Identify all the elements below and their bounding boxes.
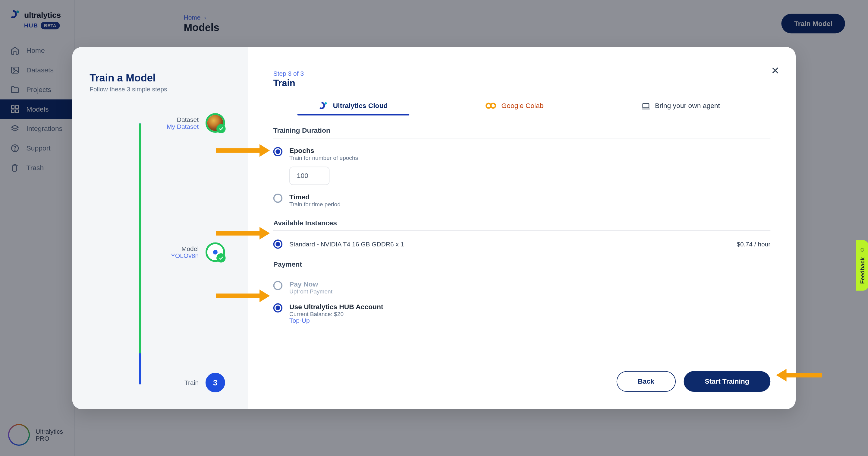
radio-selected-icon[interactable] bbox=[273, 147, 282, 156]
back-button[interactable]: Back bbox=[617, 371, 676, 392]
section-payment: Payment bbox=[273, 260, 771, 268]
option-title: Epochs bbox=[289, 147, 358, 155]
annotation-arrow-icon bbox=[216, 231, 261, 235]
section-available-instances: Available Instances bbox=[273, 219, 771, 227]
step-number-icon: 3 bbox=[206, 373, 225, 392]
close-icon[interactable]: ✕ bbox=[771, 64, 780, 77]
instance-name: Standard - NVIDIA T4 16 GB GDDR6 x 1 bbox=[289, 240, 404, 247]
step-dataset[interactable]: Dataset My Dataset bbox=[90, 113, 225, 133]
env-tabs: Ultralytics Cloud Google Colab Bring you… bbox=[273, 101, 771, 115]
modal-stepper-panel: Train a Model Follow these 3 simple step… bbox=[72, 47, 248, 409]
option-desc: Upfront Payment bbox=[289, 288, 333, 295]
modal-subtitle: Follow these 3 simple steps bbox=[90, 86, 231, 93]
option-timed[interactable]: Timed Train for time period bbox=[273, 193, 771, 207]
ultralytics-logo-icon bbox=[319, 101, 328, 110]
instance-standard-t4[interactable]: Standard - NVIDIA T4 16 GB GDDR6 x 1 $0.… bbox=[273, 239, 771, 249]
option-pay-now[interactable]: Pay Now Upfront Payment bbox=[273, 281, 771, 295]
laptop-icon bbox=[641, 102, 650, 110]
feedback-label: Feedback bbox=[859, 257, 866, 284]
option-title: Timed bbox=[289, 193, 341, 201]
divider bbox=[273, 138, 771, 138]
annotation-arrow-icon bbox=[784, 373, 822, 377]
step-label: Dataset bbox=[167, 116, 198, 123]
train-modal: Train a Model Follow these 3 simple step… bbox=[72, 47, 796, 409]
epochs-input[interactable] bbox=[289, 167, 330, 185]
topup-link[interactable]: Top-Up bbox=[289, 317, 383, 324]
option-hub-account[interactable]: Use Ultralytics HUB Account Current Bala… bbox=[273, 303, 771, 324]
dataset-thumb-icon bbox=[206, 113, 225, 133]
step-label: Train bbox=[184, 379, 198, 386]
step-value: YOLOv8n bbox=[171, 252, 198, 259]
tab-google-colab[interactable]: Google Colab bbox=[485, 102, 544, 114]
tab-label: Google Colab bbox=[501, 102, 544, 110]
radio-selected-icon[interactable] bbox=[273, 239, 282, 249]
option-title: Use Ultralytics HUB Account bbox=[289, 303, 383, 311]
check-icon bbox=[216, 253, 225, 262]
annotation-arrow-icon bbox=[216, 148, 261, 152]
step-label: Model bbox=[171, 245, 198, 252]
tab-own-agent[interactable]: Bring your own agent bbox=[641, 102, 720, 114]
radio-icon[interactable] bbox=[273, 281, 282, 290]
step-train: Train 3 bbox=[90, 373, 225, 392]
svg-rect-12 bbox=[643, 104, 649, 108]
check-icon bbox=[216, 124, 225, 133]
step-model[interactable]: Model YOLOv8n bbox=[90, 243, 225, 262]
start-training-button[interactable]: Start Training bbox=[684, 371, 770, 392]
smile-icon: ☺ bbox=[859, 247, 866, 254]
option-desc: Current Balance: $20 bbox=[289, 311, 383, 317]
modal-title: Train a Model bbox=[90, 73, 231, 84]
radio-icon[interactable] bbox=[273, 194, 282, 203]
colab-icon bbox=[485, 102, 497, 109]
tab-label: Bring your own agent bbox=[655, 102, 720, 110]
step-value: My Dataset bbox=[167, 123, 198, 130]
svg-point-11 bbox=[491, 104, 495, 108]
option-desc: Train for number of epochs bbox=[289, 154, 358, 161]
tab-ultralytics-cloud[interactable]: Ultralytics Cloud bbox=[319, 101, 388, 115]
annotation-arrow-icon bbox=[216, 293, 261, 298]
stepper: Dataset My Dataset Model YOLOv8n bbox=[90, 113, 231, 389]
option-epochs[interactable]: Epochs Train for number of epochs bbox=[273, 147, 771, 161]
option-desc: Train for time period bbox=[289, 201, 341, 207]
option-title: Pay Now bbox=[289, 281, 333, 289]
svg-point-9 bbox=[324, 102, 327, 105]
modal-step-title: Train bbox=[273, 78, 771, 88]
instance-price: $0.74 / hour bbox=[737, 240, 770, 247]
model-dot-icon bbox=[206, 243, 225, 262]
divider bbox=[273, 230, 771, 231]
modal-content: ✕ Step 3 of 3 Train Ultralytics Cloud Go… bbox=[248, 47, 796, 409]
step-indicator: Step 3 of 3 bbox=[273, 70, 771, 77]
divider bbox=[273, 272, 771, 272]
tab-label: Ultralytics Cloud bbox=[333, 102, 388, 110]
section-training-duration: Training Duration bbox=[273, 126, 771, 135]
radio-selected-icon[interactable] bbox=[273, 304, 282, 312]
feedback-tab[interactable]: Feedback ☺ bbox=[856, 240, 868, 291]
